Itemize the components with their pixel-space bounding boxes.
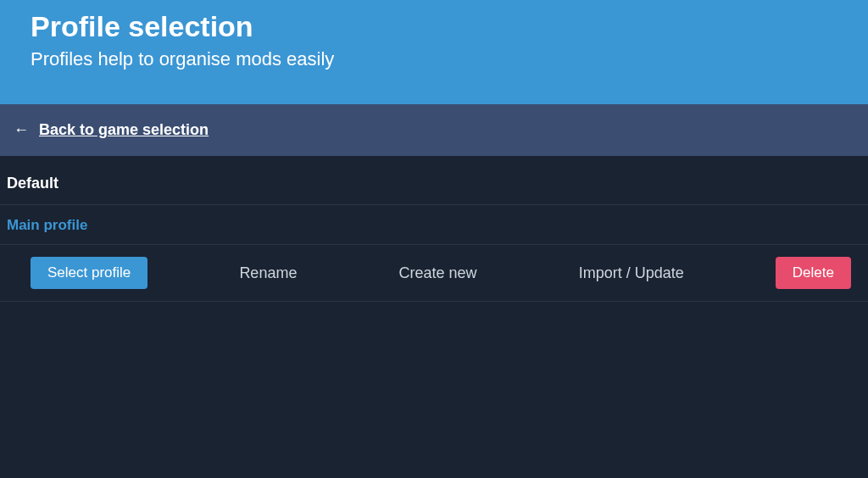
create-new-button[interactable]: Create new <box>389 258 487 289</box>
import-update-button[interactable]: Import / Update <box>569 258 694 289</box>
back-link[interactable]: Back to game selection <box>39 121 209 139</box>
back-bar[interactable]: ← Back to game selection <box>0 104 868 156</box>
profile-actions: Select profile Rename Create new Import … <box>0 245 868 302</box>
header: Profile selection Profiles help to organ… <box>0 0 868 104</box>
rename-button[interactable]: Rename <box>229 258 307 289</box>
page-title: Profile selection <box>31 10 837 43</box>
section-label: Default <box>0 156 868 205</box>
page-subtitle: Profiles help to organise mods easily <box>31 48 837 70</box>
profile-name[interactable]: Main profile <box>0 205 868 244</box>
arrow-left-icon: ← <box>14 121 29 139</box>
delete-button[interactable]: Delete <box>776 257 851 289</box>
profile-row: Main profile <box>0 205 868 245</box>
content: Default Main profile Select profile Rena… <box>0 156 868 302</box>
select-profile-button[interactable]: Select profile <box>31 257 147 289</box>
